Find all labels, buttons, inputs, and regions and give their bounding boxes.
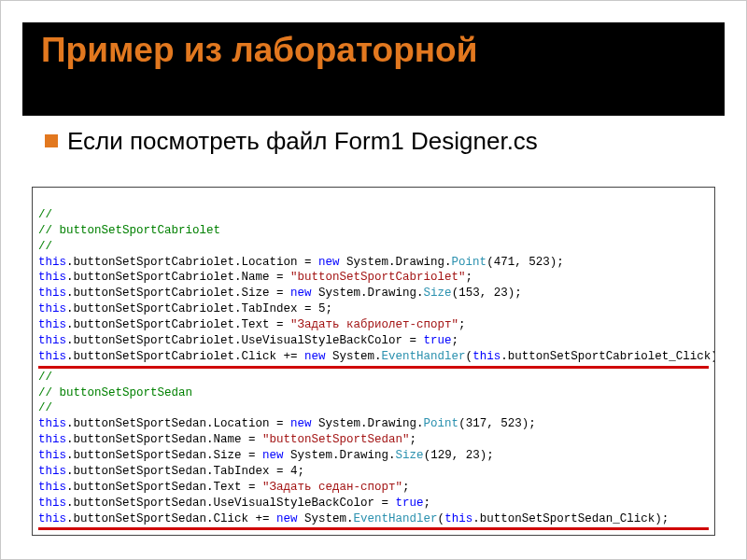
code-line: this.buttonSetSportSedan.Text = "Задать … xyxy=(38,481,410,494)
code-line: this.buttonSetSportSedan.Name = "buttonS… xyxy=(38,433,416,446)
code-line: this.buttonSetSportCabriolet.Click += ne… xyxy=(38,350,715,363)
code-line: this.buttonSetSportSedan.TabIndex = 4; xyxy=(38,465,304,478)
code-line: this.buttonSetSportCabriolet.Size = new … xyxy=(38,287,522,300)
code-comment: // buttonSetSportCabriolet xyxy=(38,224,220,237)
bullet-text: Если посмотреть файл Form1 Designer.cs xyxy=(67,127,538,156)
title-bar: Пример из лабораторной xyxy=(22,22,725,116)
slide-body: Если посмотреть файл Form1 Designer.cs xyxy=(22,116,725,156)
code-line: this.buttonSetSportSedan.Size = new Syst… xyxy=(38,449,494,462)
code-comment: // xyxy=(38,401,52,414)
code-line: this.buttonSetSportCabriolet.TabIndex = … xyxy=(38,302,332,315)
code-line: this.buttonSetSportCabriolet.Text = "Зад… xyxy=(38,318,466,331)
code-comment: // xyxy=(38,240,52,253)
code-comment: // buttonSetSportSedan xyxy=(38,386,192,399)
code-line: this.buttonSetSportCabriolet.Location = … xyxy=(38,256,564,269)
code-screenshot: // // buttonSetSportCabriolet // this.bu… xyxy=(32,187,715,536)
highlight-underline xyxy=(38,366,709,369)
bullet-icon xyxy=(45,134,58,147)
slide-title: Пример из лабораторной xyxy=(41,32,706,70)
code-comment: // xyxy=(38,371,52,384)
code-line: this.buttonSetSportCabriolet.UseVisualSt… xyxy=(38,334,458,347)
code-line: this.buttonSetSportSedan.UseVisualStyleB… xyxy=(38,497,430,510)
code-line: this.buttonSetSportCabriolet.Name = "but… xyxy=(38,271,472,284)
code-comment: // xyxy=(38,208,52,221)
highlight-underline xyxy=(38,527,709,530)
code-line: this.buttonSetSportSedan.Click += new Sy… xyxy=(38,512,669,525)
bullet-item: Если посмотреть файл Form1 Designer.cs xyxy=(41,127,706,156)
code-line: this.buttonSetSportSedan.Location = new … xyxy=(38,417,536,430)
